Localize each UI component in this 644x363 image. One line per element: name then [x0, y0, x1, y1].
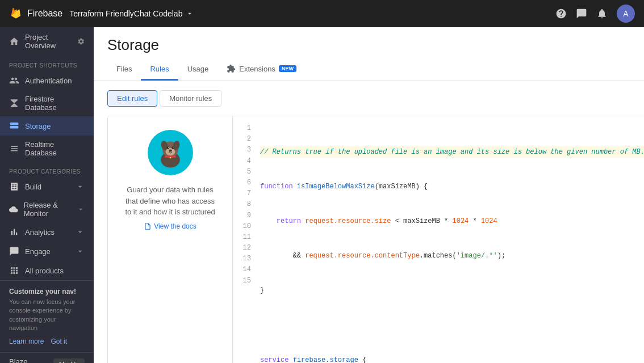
- view-docs-label: View the docs: [154, 222, 196, 230]
- rule-tabs: Edit rules Monitor rules: [107, 90, 644, 107]
- analytics-chevron: [76, 227, 85, 237]
- code-editor: 1 2 3 4 5 6 7 8 9 10 11: [233, 116, 644, 363]
- page-title: Storage: [107, 36, 630, 54]
- firestore-icon: [9, 98, 19, 108]
- sidebar: Project Overview Project shortcuts Authe…: [0, 27, 94, 363]
- code-content[interactable]: // Returns true if the uploaded file is …: [256, 116, 644, 363]
- analytics-label: Analytics: [25, 228, 55, 237]
- svg-point-4: [165, 148, 175, 156]
- release-chevron: [77, 205, 85, 214]
- sidebar-item-realtime[interactable]: Realtime Database: [0, 136, 94, 162]
- product-categories-header: Product categories: [0, 162, 94, 177]
- firestore-label: Firestore Database: [25, 95, 85, 112]
- sidebar-group-release[interactable]: Release & Monitor: [0, 196, 94, 222]
- view-docs-link[interactable]: View the docs: [108, 222, 232, 237]
- sidebar-group-build[interactable]: Build: [0, 177, 94, 196]
- firebase-logo[interactable]: Firebase: [9, 7, 62, 20]
- avatar[interactable]: A: [617, 5, 635, 23]
- firebase-brand: Firebase: [27, 9, 62, 19]
- code-line-6: [260, 320, 644, 331]
- page-header: Storage Files Rules Usage Extensions NEW: [94, 27, 644, 81]
- authentication-label: Authentication: [25, 77, 72, 85]
- engage-icon: [9, 246, 19, 256]
- svg-point-11: [169, 157, 171, 159]
- content-area: Storage Files Rules Usage Extensions NEW: [94, 27, 644, 363]
- dog-svg: [150, 133, 190, 172]
- sidebar-item-storage[interactable]: Storage: [0, 116, 94, 136]
- code-line-1: // Returns true if the uploaded file is …: [260, 146, 644, 158]
- code-line-7: service firebase.storage {: [260, 354, 644, 363]
- left-panel: Guard your data with rules that define w…: [108, 116, 233, 363]
- bell-icon[interactable]: [596, 8, 608, 19]
- rules-main: Edit rules Monitor rules: [107, 90, 644, 363]
- rules-panels: Guard your data with rules that define w…: [107, 116, 644, 363]
- grid-icon: [9, 265, 19, 276]
- guard-text: Guard your data with rules that define w…: [108, 184, 232, 218]
- main-layout: Project Overview Project shortcuts Authe…: [0, 27, 644, 363]
- chat-icon[interactable]: [576, 8, 587, 19]
- code-line-5: }: [260, 285, 644, 296]
- sidebar-item-project-overview[interactable]: Project Overview: [0, 27, 94, 56]
- tab-rules[interactable]: Rules: [141, 58, 178, 81]
- shortcuts-header: Project shortcuts: [0, 56, 94, 71]
- engage-chevron: [76, 247, 85, 256]
- storage-icon: [9, 121, 19, 131]
- learn-more-link[interactable]: Learn more: [9, 337, 44, 345]
- sidebar-group-analytics[interactable]: Analytics: [0, 222, 94, 242]
- home-icon: [9, 36, 19, 47]
- people-icon: [9, 75, 19, 86]
- analytics-icon: [9, 227, 19, 237]
- project-overview-label: Project Overview: [25, 33, 72, 50]
- all-products-label: All products: [25, 267, 64, 275]
- tab-files[interactable]: Files: [107, 58, 141, 81]
- extensions-badge: NEW: [279, 65, 296, 72]
- customize-title: Customize your nav!: [9, 288, 85, 296]
- release-label: Release & Monitor: [24, 201, 77, 218]
- code-line-2: function isImageBelowMaxSize(maxSizeMB) …: [260, 181, 644, 192]
- plan-name: Blaze: [9, 357, 49, 363]
- project-selector[interactable]: Terraform FriendlyChat Codelab: [69, 9, 194, 18]
- realtime-label: Realtime Database: [25, 140, 85, 157]
- build-label: Build: [25, 183, 41, 191]
- modify-button[interactable]: Modify: [53, 358, 85, 363]
- svg-point-5: [166, 147, 169, 149]
- sidebar-item-firestore[interactable]: Firestore Database: [0, 90, 94, 116]
- realtime-icon: [9, 143, 19, 154]
- sidebar-item-all-products[interactable]: All products: [0, 261, 94, 280]
- rules-section: Edit rules Monitor rules: [94, 81, 644, 363]
- edit-rules-tab[interactable]: Edit rules: [107, 90, 157, 107]
- storage-label: Storage: [25, 122, 51, 130]
- svg-point-9: [169, 149, 172, 151]
- page-tabs: Files Rules Usage Extensions NEW: [107, 58, 630, 81]
- code-line-3: return request.resource.size < maxSizeMB…: [260, 216, 644, 227]
- build-chevron: [76, 182, 85, 191]
- svg-point-6: [172, 147, 174, 149]
- topbar: Firebase Terraform FriendlyChat Codelab …: [0, 0, 644, 27]
- build-icon: [9, 182, 19, 192]
- dog-illustration: [148, 130, 193, 175]
- customize-desc: You can now focus your console experienc…: [9, 298, 85, 333]
- got-it-link[interactable]: Got it: [51, 337, 67, 345]
- project-name: Terraform FriendlyChat Codelab: [69, 9, 182, 18]
- extensions-icon: [227, 64, 236, 73]
- svg-point-7: [168, 147, 168, 147]
- engage-label: Engage: [25, 247, 51, 256]
- help-icon[interactable]: [555, 8, 567, 19]
- customize-nav-section: Customize your nav! You can now focus yo…: [0, 280, 94, 352]
- settings-icon[interactable]: [77, 37, 85, 46]
- sidebar-item-authentication[interactable]: Authentication: [0, 71, 94, 90]
- plan-section: Blaze Pay as you go Modify: [0, 352, 94, 363]
- line-numbers: 1 2 3 4 5 6 7 8 9 10 11: [233, 116, 256, 363]
- svg-point-8: [173, 147, 173, 147]
- doc-icon: [144, 222, 152, 230]
- dog-container: [108, 116, 232, 184]
- tab-usage[interactable]: Usage: [178, 58, 218, 81]
- release-icon: [9, 204, 18, 214]
- tab-extensions[interactable]: Extensions NEW: [218, 58, 306, 81]
- topbar-right: A: [555, 5, 635, 23]
- monitor-rules-tab[interactable]: Monitor rules: [160, 90, 221, 107]
- customize-actions: Learn more Got it: [9, 337, 85, 345]
- code-line-4: && request.resource.contentType.matches(…: [260, 250, 644, 261]
- sidebar-group-engage[interactable]: Engage: [0, 242, 94, 261]
- code-panel: 1 2 3 4 5 6 7 8 9 10 11: [233, 116, 644, 363]
